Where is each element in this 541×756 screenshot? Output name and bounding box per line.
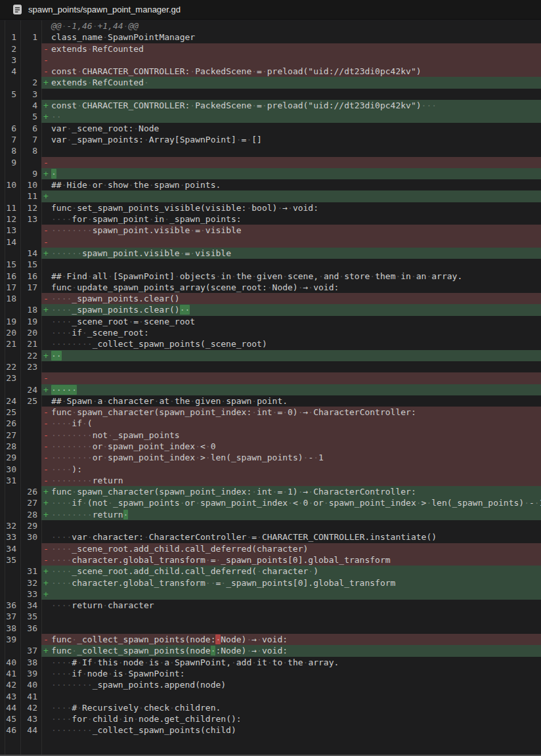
old-line-number: 16 xyxy=(0,271,20,282)
hunk-header-line: @@·-1,46·+1,44·@@ xyxy=(0,20,541,32)
old-line-number xyxy=(0,350,20,361)
removed-marker: - xyxy=(43,225,51,236)
word-diff-highlight: · xyxy=(51,169,56,179)
line-marker xyxy=(43,338,51,349)
new-line-number xyxy=(20,225,41,236)
new-line-number: 6 xyxy=(20,123,41,134)
new-line-number: 22 xyxy=(20,350,41,361)
new-line-number: 39 xyxy=(20,668,41,679)
code-line: var·_spawn_points:·Array[SpawnPoint]·=·[… xyxy=(41,134,541,145)
old-line-number: 26 xyxy=(0,418,20,429)
code-text: Node)·→·void: xyxy=(221,634,288,644)
diff-line: 26-····if·( xyxy=(0,418,541,429)
new-line-number: 25 xyxy=(20,395,41,407)
removed-marker: - xyxy=(43,55,51,66)
line-marker xyxy=(43,668,51,679)
code-line: -extends·RefCounted xyxy=(41,43,541,55)
code-line: -····character.global_transform·=·_spawn… xyxy=(41,554,541,566)
code-line: ····for·spawn_point·in·_spawn_points: xyxy=(41,213,541,225)
diff-line: 26+func·spawn_character(spawn_point_inde… xyxy=(0,486,541,497)
removed-marker: - xyxy=(43,430,51,441)
new-line-number: 8 xyxy=(20,145,41,156)
old-line-number: 15 xyxy=(0,259,20,270)
new-line-number: 14 xyxy=(20,248,41,259)
diff-line: 4-const·CHARACTER_CONTROLLER:·PackedScen… xyxy=(0,66,541,77)
old-line-number xyxy=(0,384,20,395)
new-line-number xyxy=(20,452,41,463)
old-line-number xyxy=(0,566,20,577)
word-diff-highlight: ·· xyxy=(51,351,62,361)
new-line-number: 44 xyxy=(20,724,41,736)
old-line-number xyxy=(0,168,20,179)
code-line: ········_collect_spawn_points(child) xyxy=(41,724,541,736)
new-line-number: 17 xyxy=(20,282,41,293)
old-line-number xyxy=(0,509,20,520)
diff-line: 27-········not·_spawn_points xyxy=(0,430,541,441)
old-line-number: 12 xyxy=(0,213,20,225)
removed-marker: - xyxy=(43,634,51,645)
code-line: +func·spawn_character(spawn_point_index:… xyxy=(41,486,541,497)
code-text: ········_collect_spawn_points(child) xyxy=(51,725,236,735)
old-line-number xyxy=(0,248,20,259)
code-line xyxy=(41,691,541,702)
line-marker xyxy=(43,600,51,611)
new-line-number xyxy=(20,66,41,77)
added-marker: + xyxy=(43,577,51,589)
added-marker: + xyxy=(43,509,51,520)
added-marker: + xyxy=(43,486,51,497)
new-line-number xyxy=(20,293,41,304)
code-line: -········or·spawn_point_index·>·len(_spa… xyxy=(41,452,541,463)
code-text: ······spawn_point.visible·=·visible xyxy=(51,248,231,258)
old-line-number xyxy=(0,486,20,497)
diff-line: 27+····if·(not·_spawn_points·or·spawn_po… xyxy=(0,497,541,508)
added-marker: + xyxy=(43,190,51,202)
diff-line: 34-····_scene_root.add_child.call_deferr… xyxy=(0,543,541,554)
new-line-number: 38 xyxy=(20,657,41,668)
code-text: :Node)·→·void: xyxy=(215,646,288,656)
old-line-number: 23 xyxy=(0,372,20,384)
line-marker xyxy=(43,623,51,634)
code-text: ····_scene_root.add_child.call_deferred(… xyxy=(51,544,308,554)
diff-line: 11+ xyxy=(0,190,541,202)
code-text: const·CHARACTER_CONTROLLER:·PackedScene·… xyxy=(51,100,437,110)
new-line-number: 12 xyxy=(20,202,41,213)
code-line: -func·_collect_spawn_points(node:·Node)·… xyxy=(41,634,541,645)
code-line: +······spawn_point.visible·=·visible xyxy=(41,248,541,259)
new-line-number: 20 xyxy=(20,327,41,338)
line-marker xyxy=(43,145,51,156)
line-marker xyxy=(43,702,51,713)
code-text: extends·RefCounted· xyxy=(51,78,149,87)
removed-marker: - xyxy=(43,441,51,452)
diff-line: 4543 ····for·child·in·node.get_children(… xyxy=(0,713,541,724)
diff-line: 9+· xyxy=(0,168,541,179)
new-line-number: 42 xyxy=(20,702,41,713)
new-line-number xyxy=(20,441,41,452)
line-marker xyxy=(43,395,51,407)
old-line-number: 6 xyxy=(0,123,20,134)
old-line-number: 34 xyxy=(0,543,20,554)
old-line-number: 42 xyxy=(0,679,20,690)
line-marker xyxy=(43,531,51,543)
diff-line: 1112 func·set_spawn_points_visible(visib… xyxy=(0,202,541,213)
diff-line: 31-········return xyxy=(0,475,541,486)
diff-line: 29-········or·spawn_point_index·>·len(_s… xyxy=(0,452,541,463)
new-line-number: 13 xyxy=(20,213,41,225)
diff-line: 2425 ##·Spawn·a·character·at·the·given·s… xyxy=(0,395,541,407)
code-line: ····for·child·in·node.get_children(): xyxy=(41,713,541,724)
old-line-number: 44 xyxy=(0,702,20,713)
new-line-number xyxy=(20,407,41,418)
code-text: func·update_spawn_points_array(scene_roo… xyxy=(51,282,339,292)
file-header[interactable]: spawn_points/spawn_point_manager.gd xyxy=(0,0,541,20)
old-line-number: 20 xyxy=(0,327,20,338)
code-line: +func·_collect_spawn_points(node·:Node)·… xyxy=(41,645,541,656)
diff-line: 2121 ········_collect_spawn_points(_scen… xyxy=(0,338,541,349)
diff-line: 18-····_spawn_points.clear() xyxy=(0,293,541,304)
code-line: func·set_spawn_points_visible(visible:·b… xyxy=(41,202,541,213)
code-text: ········return xyxy=(51,476,123,485)
diff-line: 1919 ····_scene_root·=·scene_root xyxy=(0,316,541,327)
diff-line: 30-····): xyxy=(0,464,541,475)
code-line xyxy=(41,623,541,634)
new-line-number: 37 xyxy=(20,645,41,656)
new-line-number: 24 xyxy=(20,384,41,395)
code-line: ····if·node·is·SpawnPoint: xyxy=(41,668,541,679)
